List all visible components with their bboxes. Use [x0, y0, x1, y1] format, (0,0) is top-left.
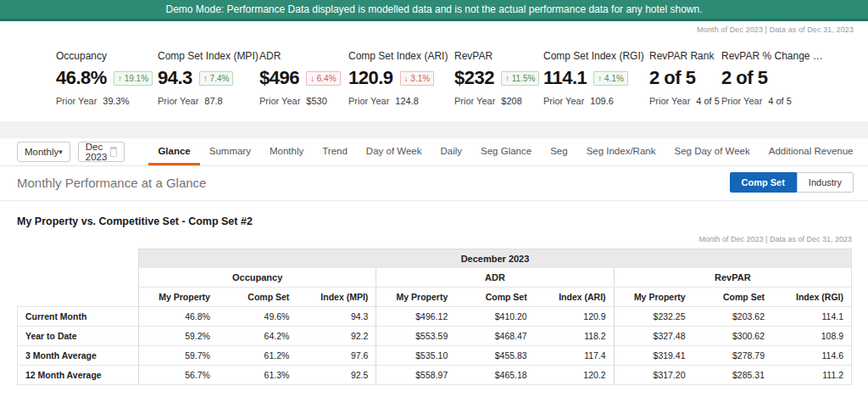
kpi-prior-label: Prior Year [158, 96, 198, 106]
tab-seg-day-of-week[interactable]: Seg Day of Week [665, 138, 759, 165]
tab-monthly[interactable]: Monthly [260, 138, 313, 165]
kpi-value: 120.9 [348, 67, 393, 89]
tab-daily[interactable]: Daily [431, 138, 471, 165]
kpi-label: RevPAR [454, 50, 543, 62]
kpi-prior-value: 87.8 [204, 96, 222, 106]
kpi-prior-value: 39.3% [103, 96, 129, 106]
cell-value: $203.62 [693, 307, 772, 327]
header-date-line: Month of Dec 2023 | Data as of Dec 31, 2… [0, 21, 868, 36]
row-label: Year to Date [18, 327, 139, 346]
cell-value: 49.6% [218, 307, 297, 327]
kpi-card-comp-set-index-mpi: Comp Set Index (MPI)94.3↑ 7.4%Prior Year… [158, 50, 259, 121]
kpi-change-badge: ↑ 11.5% [501, 71, 539, 86]
kpi-prior-year: Prior Year4 of 5 [649, 96, 721, 106]
kpi-label: RevPAR Rank [649, 50, 721, 62]
cell-value: $553.59 [376, 327, 455, 346]
kpi-prior-year: Prior Year87.8 [158, 96, 259, 106]
kpi-change-badge: ↑ 19.1% [114, 71, 153, 86]
kpi-prior-value: $208 [501, 96, 521, 106]
kpi-prior-year: Prior Year$208 [454, 96, 543, 106]
kpi-prior-year: Prior Year124.8 [348, 96, 454, 106]
cell-value: 120.2 [535, 366, 614, 385]
tab-additional-revenue[interactable]: Additional Revenue [760, 138, 863, 165]
table-row-current-month: Current Month46.8%49.6%94.3$496.12$410.2… [18, 307, 852, 327]
cell-value: $558.97 [376, 366, 455, 385]
cell-value: $455.83 [455, 346, 534, 366]
cell-value: $535.10 [376, 346, 455, 366]
tab-day-of-week[interactable]: Day of Week [357, 138, 431, 165]
cell-value: 46.8% [139, 307, 218, 327]
toggle-comp-set[interactable]: Comp Set [730, 172, 797, 193]
kpi-label: Occupancy [56, 50, 158, 62]
demo-mode-banner: Demo Mode: Performance Data displayed is… [0, 0, 868, 21]
row-label: Current Month [18, 307, 139, 327]
report-title: My Property vs. Competitive Set - Comp S… [0, 201, 868, 227]
kpi-prior-value: 4 of 5 [696, 96, 720, 106]
kpi-card-revpar-rank: RevPAR Rank2 of 5Prior Year4 of 5 [649, 50, 721, 121]
kpi-prior-year: Prior Year109.6 [543, 96, 649, 106]
kpi-value: 2 of 5 [721, 67, 767, 89]
page-title: Monthly Performance at a Glance [17, 176, 206, 190]
kpi-prior-label: Prior Year [56, 96, 97, 106]
kpi-prior-label: Prior Year [348, 96, 389, 106]
kpi-label: Comp Set Index (MPI) [158, 50, 259, 62]
kpi-card-revpar: RevPAR$232↑ 11.5%Prior Year$208 [454, 50, 543, 121]
row-label: 3 Month Average [18, 346, 139, 366]
calendar-icon [110, 147, 117, 157]
table-corner-spacer [18, 249, 139, 269]
cell-value: 61.3% [218, 366, 297, 385]
kpi-value: 46.8% [56, 67, 107, 89]
kpi-label: ADR [259, 50, 348, 62]
cell-value: $317.20 [614, 366, 693, 385]
kpi-value-line: $232↑ 11.5% [454, 67, 543, 89]
kpi-value: $496 [259, 67, 299, 89]
row-label: 12 Month Average [18, 366, 139, 385]
group-header-occupancy: Occupancy [139, 268, 376, 288]
table-date-line: Month of Dec 2023 | Data as of Dec 31, 2… [0, 227, 868, 246]
cell-value: 59.2% [139, 327, 218, 346]
cell-value: 92.5 [297, 366, 376, 385]
glance-table: December 2023OccupancyADRRevPARMy Proper… [17, 249, 852, 385]
kpi-change-badge: ↓ 6.4% [306, 71, 341, 86]
kpi-value: 94.3 [158, 67, 192, 89]
kpi-prior-label: Prior Year [259, 96, 300, 106]
kpi-prior-value: 109.6 [590, 96, 614, 106]
cell-value: $468.47 [455, 327, 534, 346]
kpi-change-badge: ↓ 3.1% [400, 71, 435, 86]
tab-trend[interactable]: Trend [313, 138, 357, 165]
kpi-change-value: 19.1% [122, 74, 148, 83]
frequency-select[interactable]: Monthly ▾ [17, 142, 70, 162]
group-header-adr: ADR [376, 268, 614, 288]
cell-value: 92.2 [297, 327, 376, 346]
tab-seg-index-rank[interactable]: Seg Index/Rank [577, 138, 665, 165]
kpi-prior-label: Prior Year [543, 96, 584, 106]
tab-seg[interactable]: Seg [541, 138, 576, 165]
cell-value: 111.2 [772, 366, 852, 385]
column-header-occupancy-comp-set: Comp Set [218, 288, 297, 307]
kpi-value-line: $496↓ 6.4% [259, 67, 348, 89]
kpi-prior-label: Prior Year [454, 96, 495, 106]
tab-seg-glance[interactable]: Seg Glance [471, 138, 541, 165]
table-row-12-month-average: 12 Month Average56.7%61.3%92.5$558.97$46… [18, 366, 852, 385]
kpi-card-occupancy: Occupancy46.8%↑ 19.1%Prior Year39.3% [56, 50, 158, 121]
toggle-industry[interactable]: Industry [797, 172, 854, 193]
kpi-label: Comp Set Index (ARI) [348, 50, 454, 62]
kpi-card-adr: ADR$496↓ 6.4%Prior Year$530 [259, 50, 348, 121]
tab-summary[interactable]: Summary [200, 138, 260, 165]
kpi-change-value: 7.4% [208, 74, 230, 83]
kpi-value-line: 2 of 5 [649, 67, 721, 89]
kpi-value-line: 114.1↑ 4.1% [543, 67, 649, 89]
tab-glance[interactable]: Glance [148, 138, 199, 165]
cell-value: 117.4 [535, 346, 614, 366]
kpi-value-line: 2 of 5 [721, 67, 823, 89]
cell-value: $465.18 [455, 366, 534, 385]
date-picker[interactable]: Dec 2023 [78, 142, 125, 162]
table-corner-spacer [18, 268, 139, 288]
cell-value: $232.25 [614, 307, 693, 327]
period-header-row: December 2023 [18, 249, 852, 269]
cell-value: $285.31 [693, 366, 772, 385]
column-header-revpar-comp-set: Comp Set [693, 288, 772, 307]
kpi-card-comp-set-index-rgi: Comp Set Index (RGI)114.1↑ 4.1%Prior Yea… [543, 50, 649, 121]
column-header-occupancy-my-property: My Property [139, 288, 218, 307]
cell-value: 118.2 [535, 327, 614, 346]
